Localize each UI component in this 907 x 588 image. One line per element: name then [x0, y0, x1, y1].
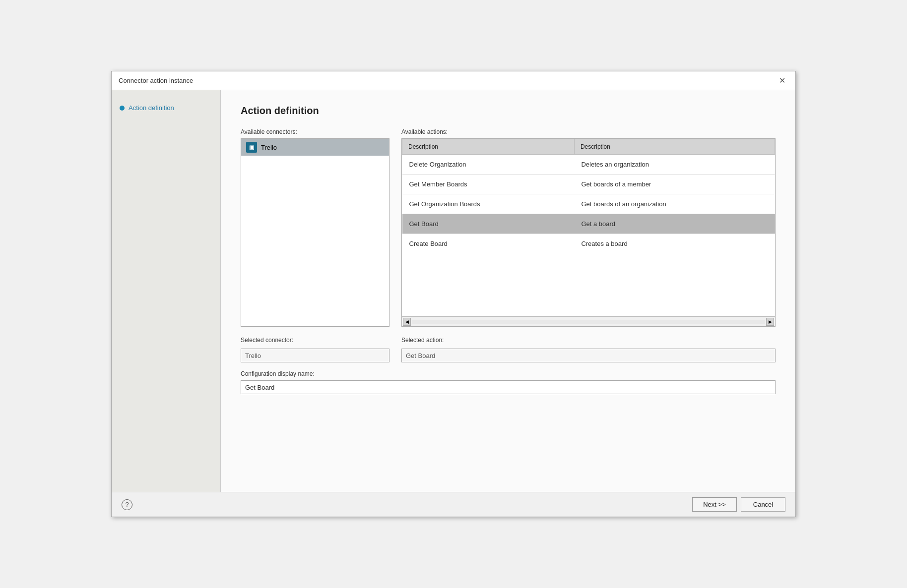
table-row[interactable]: Get Member Boards Get boards of a member: [402, 175, 775, 194]
scroll-right-arrow[interactable]: ▶: [766, 318, 774, 326]
cancel-button[interactable]: Cancel: [741, 497, 785, 512]
selected-action-group: Selected action:: [401, 337, 776, 362]
action-description: Get boards of an organization: [574, 194, 775, 214]
action-description: Get a board: [574, 214, 775, 234]
selected-connector-group: Selected connector:: [241, 337, 389, 362]
scroll-track: [412, 320, 765, 324]
available-actions-label: Available actions:: [401, 128, 776, 135]
dialog-container: Connector action instance ✕ Action defin…: [111, 71, 796, 517]
action-description: Deletes an organization: [574, 155, 775, 175]
selected-connector-input[interactable]: [241, 349, 389, 362]
actions-table: Description Description Delete Organizat…: [402, 139, 775, 253]
action-description: Creates a board: [574, 234, 775, 254]
connectors-column: Available connectors: ▣ Trello: [241, 128, 389, 327]
footer-right: Next >> Cancel: [692, 497, 785, 512]
selected-action-label: Selected action:: [401, 337, 776, 344]
table-row[interactable]: Delete Organization Deletes an organizat…: [402, 155, 775, 175]
connectors-actions-section: Available connectors: ▣ Trello Available…: [241, 128, 776, 327]
dialog-body: Action definition Action definition Avai…: [112, 90, 795, 492]
action-name: Create Board: [402, 234, 575, 254]
action-name: Get Member Boards: [402, 175, 575, 194]
close-button[interactable]: ✕: [776, 76, 788, 86]
horizontal-scrollbar[interactable]: ◀ ▶: [402, 316, 775, 326]
connectors-list[interactable]: ▣ Trello: [241, 138, 389, 327]
selected-connector-label: Selected connector:: [241, 337, 389, 344]
footer-left: ?: [122, 499, 132, 510]
config-display-name-label: Configuration display name:: [241, 370, 776, 377]
action-name: Get Organization Boards: [402, 194, 575, 214]
page-title: Action definition: [241, 105, 776, 117]
sidebar-dot-icon: [120, 106, 125, 111]
connector-name: Trello: [261, 144, 277, 151]
trello-icon: ▣: [246, 142, 257, 153]
dialog-title: Connector action instance: [119, 77, 193, 84]
table-row[interactable]: Get Board Get a board: [402, 214, 775, 234]
table-row[interactable]: Create Board Creates a board: [402, 234, 775, 254]
col-header-description: Description: [574, 139, 775, 155]
action-name: Get Board: [402, 214, 575, 234]
table-row[interactable]: Get Organization Boards Get boards of an…: [402, 194, 775, 214]
config-display-name-input[interactable]: [241, 380, 776, 394]
action-name: Delete Organization: [402, 155, 575, 175]
actions-table-scroll[interactable]: Description Description Delete Organizat…: [402, 139, 775, 316]
dialog-footer: ? Next >> Cancel: [112, 492, 795, 517]
available-connectors-label: Available connectors:: [241, 128, 389, 135]
sidebar-item-action-definition[interactable]: Action definition: [112, 100, 220, 116]
next-button[interactable]: Next >>: [692, 497, 737, 512]
actions-column: Available actions: Description Descripti…: [401, 128, 776, 327]
selected-fields-row: Selected connector: Selected action:: [241, 337, 776, 362]
sidebar: Action definition: [112, 90, 221, 492]
main-content: Action definition Available connectors: …: [221, 90, 795, 492]
title-bar: Connector action instance ✕: [112, 71, 795, 90]
action-description: Get boards of a member: [574, 175, 775, 194]
help-button[interactable]: ?: [122, 499, 132, 510]
config-display-name-section: Configuration display name:: [241, 370, 776, 394]
scroll-left-arrow[interactable]: ◀: [403, 318, 411, 326]
connector-item-trello[interactable]: ▣ Trello: [241, 139, 389, 156]
col-header-name: Description: [402, 139, 575, 155]
sidebar-item-label: Action definition: [129, 104, 174, 112]
selected-action-input[interactable]: [401, 349, 776, 362]
actions-table-wrapper: Description Description Delete Organizat…: [401, 138, 776, 327]
